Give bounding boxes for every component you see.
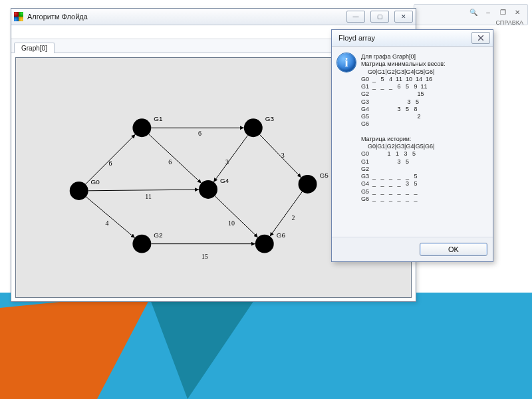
edge-weight-G1-G3: 6 <box>198 130 201 137</box>
node-G2[interactable] <box>132 235 151 253</box>
node-label-G0: G0 <box>91 178 100 186</box>
dialog-close-button[interactable] <box>471 32 490 44</box>
bg-search-icon: 🔍 <box>469 7 478 17</box>
bg-minimize-icon: – <box>483 7 493 17</box>
edge-G4-G6 <box>215 196 258 237</box>
edge-G3-G4 <box>213 136 247 182</box>
main-window-title: Алгоритм Флойда <box>27 13 341 21</box>
ok-button[interactable]: OK <box>420 243 487 256</box>
dialog-message: Для графа Graph[0] Матрица минимальных в… <box>361 53 487 234</box>
bg-window-label: СПРАВКА <box>414 19 527 26</box>
app-icon <box>14 12 23 21</box>
node-G1[interactable] <box>132 118 151 137</box>
dialog-footer: OK <box>332 237 493 261</box>
edge-G0-G2 <box>86 197 134 238</box>
dialog-titlebar[interactable]: Floyd array <box>332 30 493 47</box>
edge-weight-G4-G6: 10 <box>228 219 235 227</box>
edge-weight-G0-G4: 11 <box>145 193 152 200</box>
edge-weight-G1-G4: 6 <box>168 158 172 166</box>
floyd-dialog: Floyd array i Для графа Graph[0] Матрица… <box>331 29 493 262</box>
node-G0[interactable] <box>70 182 88 200</box>
node-G4[interactable] <box>199 180 217 199</box>
edge-weight-G5-G6: 2 <box>292 214 295 221</box>
edge-weight-G2-G6: 15 <box>201 253 208 260</box>
node-label-G2: G2 <box>154 231 163 239</box>
edge-G0-G4 <box>88 190 199 191</box>
background-window: 🔍 – ❐ ✕ СПРАВКА <box>414 4 528 25</box>
bg-close-icon: ✕ <box>513 7 522 17</box>
node-label-G3: G3 <box>265 115 275 122</box>
node-label-G6: G6 <box>277 231 286 239</box>
node-label-G4: G4 <box>220 177 229 184</box>
node-G6[interactable] <box>255 235 274 253</box>
edge-weight-G0-G1: 6 <box>109 160 112 167</box>
edge-weight-G3-G4: 3 <box>225 158 229 166</box>
tab-graph0[interactable]: Graph[0] <box>14 43 55 53</box>
dialog-body: i Для графа Graph[0] Матрица минимальных… <box>332 47 493 237</box>
decorative-orange-shape <box>0 293 153 399</box>
edge-G5-G6 <box>270 192 302 236</box>
edge-weight-G0-G2: 4 <box>106 219 109 227</box>
main-titlebar[interactable]: Алгоритм Флойда — ▢ ✕ <box>11 9 416 25</box>
node-label-G1: G1 <box>154 115 163 122</box>
edge-G1-G4 <box>149 134 201 184</box>
bg-restore-icon: ❐ <box>498 7 507 17</box>
node-G5[interactable] <box>299 175 317 194</box>
info-icon: i <box>337 53 356 72</box>
close-button[interactable]: ✕ <box>394 11 413 23</box>
node-G3[interactable] <box>244 118 263 137</box>
decorative-band <box>0 293 532 399</box>
maximize-button[interactable]: ▢ <box>370 11 389 23</box>
edge-weight-G3-G5: 3 <box>281 152 285 159</box>
dialog-title: Floyd array <box>334 34 466 42</box>
node-label-G5: G5 <box>319 172 329 179</box>
minimize-button[interactable]: — <box>346 11 365 23</box>
